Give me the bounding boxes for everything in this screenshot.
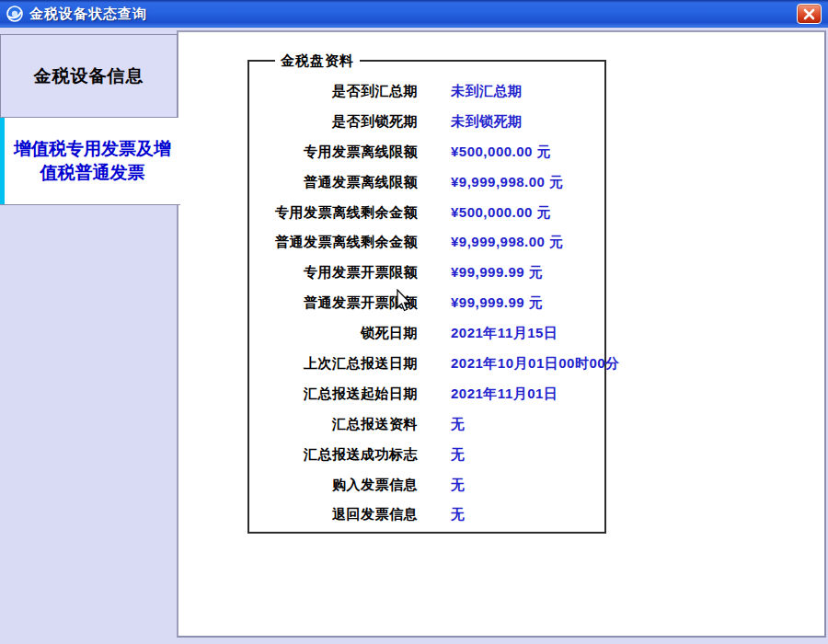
field-value: 未到汇总期 [451,83,523,100]
field-label: 上次汇总报送日期 [249,355,418,373]
field-value: ¥99,999.99 元 [451,264,543,282]
field-row: 专用发票开票限额¥99,999.99 元 [249,258,604,288]
tab-vat-invoices-label: 增值税专用发票及增值税普通发票 [6,137,178,185]
field-label: 退回发票信息 [249,506,418,523]
field-value: 未到锁死期 [451,113,523,131]
field-row: 是否到锁死期未到锁死期 [249,107,604,137]
field-label: 汇总报送资料 [249,416,418,433]
field-label: 汇总报送起始日期 [249,385,418,403]
field-label: 普通发票离线限额 [249,174,418,191]
window-title: 金税设备状态查询 [29,6,147,23]
app-logo-swirl-icon [6,5,24,23]
field-row: 汇总报送起始日期2021年11月01日 [249,379,604,409]
field-value: 2021年11月15日 [451,325,558,342]
field-row: 普通发票离线限额¥9,999,998.00 元 [249,167,604,198]
field-row: 汇总报送成功标志无 [249,440,604,470]
field-value: ¥9,999,998.00 元 [451,234,564,251]
taxdisk-info-groupbox: 金税盘资料 是否到汇总期未到汇总期是否到锁死期未到锁死期专用发票离线限额¥500… [247,60,606,534]
titlebar: 金税设备状态查询 [0,0,828,28]
tab-vat-invoices[interactable]: 增值税专用发票及增值税普通发票 [0,118,180,205]
field-row: 锁死日期2021年11月15日 [249,318,604,349]
field-label: 购入发票信息 [249,477,418,494]
close-button[interactable] [797,4,822,24]
field-label: 专用发票离线限额 [249,144,418,161]
close-x-icon [803,8,815,20]
field-row: 普通发票离线剩余金额¥9,999,998.00 元 [249,227,604,258]
content-panel: 金税盘资料 是否到汇总期未到汇总期是否到锁死期未到锁死期专用发票离线限额¥500… [177,30,826,638]
field-value: 2021年10月01日00时00分 [451,355,620,373]
field-value: ¥9,999,998.00 元 [451,174,564,191]
active-tab-stripe [0,118,5,204]
field-row: 是否到汇总期未到汇总期 [249,76,604,107]
field-value: 无 [451,416,466,433]
field-row: 上次汇总报送日期2021年10月01日00时00分 [249,349,604,379]
field-value: 无 [451,477,466,494]
field-label: 专用发票离线剩余金额 [249,204,418,222]
field-value: ¥99,999.99 元 [451,294,543,312]
field-label: 是否到锁死期 [249,113,418,131]
field-row: 退回发票信息无 [249,500,604,530]
field-label: 普通发票开票限额 [249,294,418,312]
field-row: 专用发票离线剩余金额¥500,000.00 元 [249,198,604,228]
field-row: 购入发票信息无 [249,470,604,500]
field-label: 专用发票开票限额 [249,264,418,282]
field-rows: 是否到汇总期未到汇总期是否到锁死期未到锁死期专用发票离线限额¥500,000.0… [249,76,604,530]
field-label: 汇总报送成功标志 [249,446,418,464]
field-value: 无 [451,446,466,464]
field-label: 是否到汇总期 [249,83,418,100]
tab-device-info[interactable]: 金税设备信息 [0,34,178,118]
field-value: ¥500,000.00 元 [451,144,551,161]
field-row: 专用发票离线限额¥500,000.00 元 [249,137,604,167]
field-row: 汇总报送资料无 [249,409,604,440]
field-row: 普通发票开票限额¥99,999.99 元 [249,288,604,318]
tab-device-info-label: 金税设备信息 [34,64,144,88]
field-value: 2021年11月01日 [451,385,558,403]
field-label: 普通发票离线剩余金额 [249,234,418,251]
groupbox-legend: 金税盘资料 [275,52,360,70]
field-label: 锁死日期 [249,325,418,342]
field-value: ¥500,000.00 元 [451,204,551,222]
field-value: 无 [451,506,466,523]
